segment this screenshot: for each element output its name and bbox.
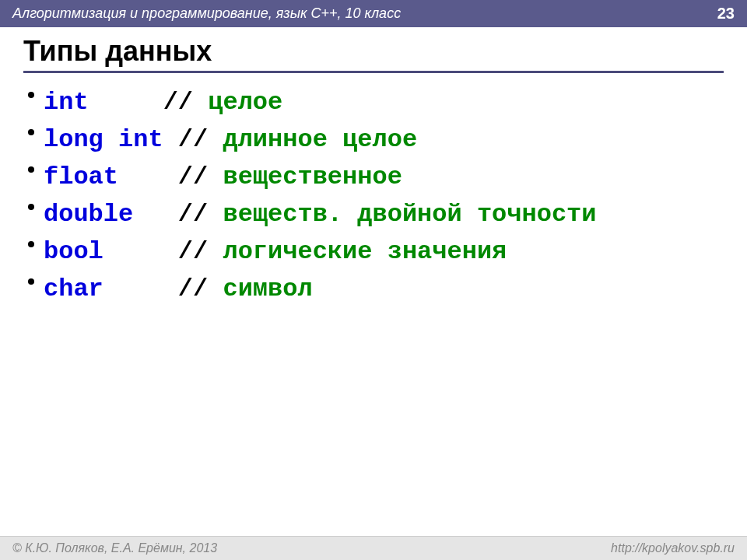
comment-mark: // bbox=[163, 237, 223, 266]
comment-mark: // bbox=[163, 275, 223, 303]
bullet-icon bbox=[28, 129, 34, 135]
bullet-icon bbox=[28, 204, 34, 210]
slide-title: Типы данных bbox=[23, 35, 724, 73]
list-item: bool // логические значения bbox=[44, 233, 724, 271]
comment-text: целое bbox=[208, 88, 282, 117]
bullet-icon bbox=[28, 166, 34, 173]
keyword: bool bbox=[44, 237, 163, 266]
keyword: double bbox=[44, 200, 163, 229]
bullet-icon bbox=[28, 278, 34, 285]
list-item: int // целое bbox=[44, 84, 724, 121]
type-list: int // целое long int // длинное целое f… bbox=[23, 84, 724, 308]
footer-bar: © К.Ю. Поляков, Е.А. Ерёмин, 2013 http:/… bbox=[0, 536, 747, 560]
comment-text: логические значения bbox=[223, 237, 507, 266]
list-item: float // вещественное bbox=[44, 159, 724, 196]
comment-mark: // bbox=[163, 88, 209, 117]
comment-mark: // bbox=[163, 163, 223, 191]
footer-url: http://kpolyakov.spb.ru bbox=[611, 541, 735, 555]
comment-text: длинное целое bbox=[223, 125, 417, 154]
comment-text: символ bbox=[223, 275, 312, 303]
keyword: int bbox=[44, 88, 163, 117]
header-bar: Алгоритмизация и программирование, язык … bbox=[0, 0, 747, 27]
keyword: char bbox=[44, 275, 163, 303]
slide-content: Типы данных int // целое long int // дли… bbox=[0, 27, 747, 308]
list-item: long int // длинное целое bbox=[44, 121, 724, 159]
comment-mark: // bbox=[163, 200, 223, 229]
course-title: Алгоритмизация и программирование, язык … bbox=[12, 5, 401, 22]
list-item: char // символ bbox=[44, 271, 724, 308]
page-number: 23 bbox=[717, 5, 735, 23]
copyright: © К.Ю. Поляков, Е.А. Ерёмин, 2013 bbox=[12, 541, 217, 555]
list-item: double // веществ. двойной точности bbox=[44, 196, 724, 233]
bullet-icon bbox=[28, 92, 34, 98]
bullet-icon bbox=[28, 241, 34, 247]
keyword: float bbox=[44, 163, 163, 191]
comment-mark: // bbox=[163, 125, 223, 154]
comment-text: веществ. двойной точности bbox=[223, 200, 596, 229]
keyword: long int bbox=[44, 125, 163, 154]
comment-text: вещественное bbox=[223, 163, 402, 191]
